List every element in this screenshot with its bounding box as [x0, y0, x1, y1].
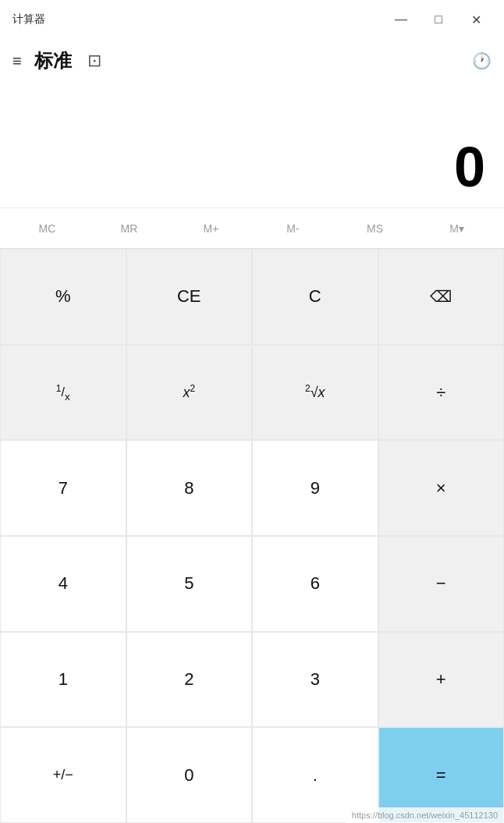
display-value: 0 [454, 139, 485, 195]
memory-subtract-button[interactable]: M- [252, 208, 334, 248]
memory-add-button[interactable]: M+ [170, 208, 252, 248]
memory-dropdown-button[interactable]: M▾ [416, 208, 498, 248]
history-icon[interactable]: 🕐 [472, 51, 492, 70]
two-button[interactable]: 2 [126, 632, 253, 728]
mode-title: 标准 [34, 48, 72, 73]
menu-icon[interactable]: ≡ [12, 52, 22, 70]
close-button[interactable]: ✕ [460, 7, 492, 32]
window-controls: — □ ✕ [385, 7, 492, 32]
square-root-button[interactable]: 2√x [252, 345, 378, 441]
multiply-button[interactable]: × [378, 440, 505, 536]
convert-icon[interactable]: ⊡ [87, 51, 101, 71]
six-button[interactable]: 6 [252, 536, 378, 632]
calculator: 计算器 — □ ✕ ≡ 标准 ⊡ 🕐 0 MC MR [0, 0, 504, 823]
memory-clear-button[interactable]: MC [6, 208, 88, 248]
memory-row: MC MR M+ M- MS M▾ [0, 208, 504, 248]
watermark: https://blog.csdn.net/weixin_45112130 [346, 807, 504, 823]
app-title: 计算器 [12, 12, 45, 27]
seven-button[interactable]: 7 [0, 440, 126, 536]
one-button[interactable]: 1 [0, 632, 126, 728]
clear-button[interactable]: C [252, 249, 378, 345]
nine-button[interactable]: 9 [252, 440, 378, 536]
button-grid-wrapper: % CE C ⌫ 1/x x2 2√x ÷ [0, 248, 504, 823]
clear-entry-button[interactable]: CE [126, 249, 253, 345]
minimize-button[interactable]: — [385, 7, 417, 32]
four-button[interactable]: 4 [0, 536, 126, 632]
app-header: ≡ 标准 ⊡ 🕐 [0, 39, 504, 83]
display-area: 0 [0, 83, 504, 208]
title-bar: 计算器 — □ ✕ [0, 0, 504, 39]
eight-button[interactable]: 8 [126, 440, 253, 536]
zero-button[interactable]: 0 [126, 727, 253, 823]
negate-button[interactable]: +/− [0, 727, 126, 823]
square-button[interactable]: x2 [126, 345, 253, 441]
memory-recall-button[interactable]: MR [88, 208, 170, 248]
reciprocal-button[interactable]: 1/x [0, 345, 126, 441]
backspace-button[interactable]: ⌫ [378, 249, 505, 345]
button-grid: % CE C ⌫ 1/x x2 2√x ÷ [0, 248, 504, 823]
divide-button[interactable]: ÷ [378, 345, 505, 441]
memory-store-button[interactable]: MS [334, 208, 416, 248]
five-button[interactable]: 5 [126, 536, 253, 632]
percent-button[interactable]: % [0, 249, 126, 345]
maximize-button[interactable]: □ [423, 7, 454, 32]
subtract-button[interactable]: − [378, 536, 505, 632]
three-button[interactable]: 3 [252, 632, 378, 728]
add-button[interactable]: + [378, 632, 505, 728]
